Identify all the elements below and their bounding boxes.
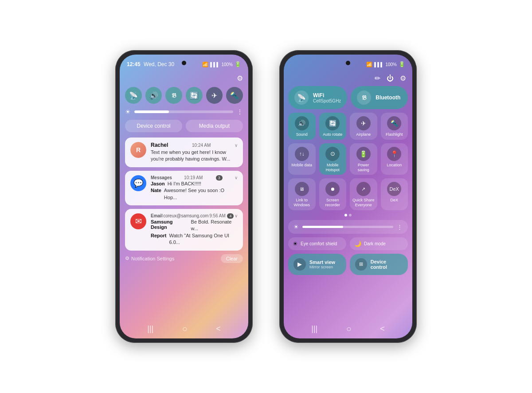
notification-card-messages[interactable]: 💬 Messages 10:19 AM 3 ∨ Jason Hi I'm BAC…	[125, 171, 243, 205]
media-output-button[interactable]: Media output	[186, 120, 243, 132]
notification-settings-label: Notification Settings	[131, 256, 174, 261]
qs-quickshare-label: Quick Share Everyone	[352, 198, 376, 208]
dark-mode-button[interactable]: 🌙 Dark mode	[350, 237, 408, 250]
clear-button[interactable]: Clear	[221, 254, 243, 263]
flashlight-tile[interactable]: 🔦	[226, 87, 243, 104]
notif-sender-report: Report	[151, 233, 166, 238]
right-wifi-icon: 📶	[366, 62, 372, 67]
qs-quickshare-icon: ↗	[356, 182, 371, 196]
qs-bt-text: Bluetooth	[376, 94, 400, 101]
nav-home-icon[interactable]: ○	[182, 324, 188, 334]
qs-wifi-icon: 📡	[294, 90, 309, 105]
qs-bluetooth-tile[interactable]: 𝔅 Bluetooth	[351, 86, 408, 109]
qs-smartview-tile[interactable]: ▶ Smart view Mirror screen	[288, 254, 346, 275]
camera-dot-right	[346, 61, 350, 65]
brightness-bar[interactable]	[134, 110, 233, 113]
right-nav-home-icon[interactable]: ○	[346, 324, 352, 334]
eye-comfort-icon: ☀	[293, 240, 298, 247]
notification-card-rachel[interactable]: R Rachel 10:24 AM ∨ Text me when you get…	[125, 138, 243, 167]
gear-icon[interactable]: ⚙	[400, 74, 406, 83]
qs-mobiledata-tile[interactable]: ↑↓ Mobile data	[288, 143, 316, 175]
avatar-rachel-img: R	[130, 142, 146, 158]
qs-flashlight-label: Flashlight	[386, 132, 403, 137]
brightness-icon: ☀	[125, 108, 131, 115]
quick-tiles-row: 📡 🔊 𝔅 🔄 ✈ 🔦	[125, 87, 243, 104]
notif-time-messages: 10:19 AM	[184, 175, 203, 180]
notif-header: ⚙	[125, 74, 243, 83]
notif-title-row-messages: Messages 10:19 AM 3 ∨	[151, 175, 238, 181]
qs-devicecontrol-text: Device control	[371, 259, 403, 270]
qs-sound-label: Sound	[296, 132, 308, 137]
phones-container: 12:45 Wed, Dec 30 📶 ▌▌▌ 100% 🔋 ⚙	[115, 50, 417, 343]
qs-airplane-icon: ✈	[356, 116, 371, 130]
notif-email-addr: coreux@samsung.com	[163, 213, 208, 218]
qs-flashlight-tile[interactable]: 🔦 Flashlight	[381, 113, 408, 140]
expand-icon-msgs[interactable]: ∨	[235, 175, 238, 180]
bluetooth-tile[interactable]: 𝔅	[165, 87, 182, 104]
qs-wide-tiles-row: 📡 WiFi CellSpot5GHz 𝔅 Bluetooth	[288, 86, 408, 109]
qs-devicecontrol-tile[interactable]: ⊞ Device control	[350, 254, 408, 275]
qs-wifi-sub: CellSpot5GHz	[313, 98, 341, 103]
quick-settings-panel: ✏ ⏻ ⚙ 📡 WiFi CellSpot5GHz 𝔅	[284, 71, 412, 319]
power-icon[interactable]: ⏻	[387, 75, 394, 83]
qs-flashlight-icon: 🔦	[387, 116, 401, 130]
eye-comfort-label: Eye comfort shield	[301, 241, 337, 246]
nav-recent-icon[interactable]: |||	[147, 324, 153, 334]
right-nav-back-icon[interactable]: <	[380, 324, 385, 334]
qs-hotspot-icon: ⊙	[325, 147, 340, 161]
qs-autorotate-icon: 🔄	[325, 116, 340, 130]
wifi-icon: 📶	[202, 62, 208, 67]
settings-button[interactable]: ⚙	[237, 74, 243, 83]
notif-app-email: Email	[151, 213, 163, 218]
qs-screenrec-tile[interactable]: ⏺ Screen recorder	[319, 178, 347, 210]
qs-dex-label: DeX	[390, 198, 398, 203]
qs-linkwindows-tile[interactable]: 🖥 Link to Windows	[288, 178, 316, 210]
qs-hotspot-tile[interactable]: ⊙ Mobile Hotspot	[319, 143, 347, 175]
right-nav-recent-icon[interactable]: |||	[311, 324, 317, 334]
pencil-icon[interactable]: ✏	[375, 74, 380, 83]
qs-dex-icon: DeX	[387, 182, 401, 196]
expand-icon-email[interactable]: ∨	[235, 213, 238, 218]
qs-powersave-tile[interactable]: 🔋 Power saving	[350, 143, 377, 175]
brightness-more-icon[interactable]: ⋮	[237, 108, 243, 115]
notif-sender-samsung: Samsung Design	[151, 219, 188, 230]
qs-screenrec-label: Screen recorder	[321, 198, 345, 208]
notif-footer: ⚙ Notification Settings Clear	[125, 254, 243, 263]
avatar-messages: 💬	[130, 175, 146, 191]
qs-dex-tile[interactable]: DeX DeX	[381, 178, 408, 210]
qs-smartview-sub: Mirror screen	[309, 265, 335, 269]
qs-airplane-tile[interactable]: ✈ Airplane	[350, 113, 377, 140]
notification-card-email[interactable]: ✉ Email coreux@samsung.com 9:56 AM 4 ∨ S…	[125, 209, 243, 251]
expand-icon[interactable]: ∨	[235, 143, 238, 148]
eye-comfort-button[interactable]: ☀ Eye comfort shield	[288, 237, 346, 250]
notification-settings[interactable]: ⚙ Notification Settings	[125, 255, 174, 261]
airplane-tile[interactable]: ✈	[206, 87, 223, 104]
qs-smartview-label: Smart view	[309, 259, 335, 265]
rotate-tile[interactable]: 🔄	[186, 87, 203, 104]
notif-text-nate: Awesome! See you soon :O Hop...	[164, 187, 238, 201]
rotate-icon: 🔄	[190, 91, 199, 100]
qs-mobiledata-label: Mobile data	[291, 163, 312, 168]
qs-devicecontrol-icon: ⊞	[355, 258, 367, 271]
qs-autorotate-tile[interactable]: 🔄 Auto rotate	[319, 113, 347, 140]
sound-tile[interactable]: 🔊	[145, 87, 162, 104]
qs-brightness-row: ☀ ⋮	[288, 220, 408, 234]
qs-header: ✏ ⏻ ⚙	[288, 72, 408, 86]
notification-panel: ⚙ 📡 🔊 𝔅 🔄	[120, 71, 248, 319]
qs-wifi-tile[interactable]: 📡 WiFi CellSpot5GHz	[288, 86, 347, 109]
qs-sound-tile[interactable]: 🔊 Sound	[288, 113, 316, 140]
qs-brightness-bar[interactable]	[302, 226, 393, 228]
nav-back-icon[interactable]: <	[216, 324, 221, 334]
notif-sender-rachel: Rachel	[151, 142, 168, 148]
qs-brightness-more-icon[interactable]: ⋮	[397, 224, 403, 230]
qs-location-tile[interactable]: 📍 Location	[381, 143, 408, 175]
bluetooth-icon: 𝔅	[172, 92, 176, 99]
wifi-tile[interactable]: 📡	[125, 87, 142, 104]
notif-count-email: 4	[227, 213, 234, 219]
right-nav-bar: ||| ○ <	[284, 319, 412, 338]
left-phone-screen: 12:45 Wed, Dec 30 📶 ▌▌▌ 100% 🔋 ⚙	[120, 55, 248, 338]
right-status-icons: 📶 ▌▌▌ 100% 🔋	[366, 61, 405, 67]
settings-gear-icon: ⚙	[125, 255, 129, 261]
qs-quickshare-tile[interactable]: ↗ Quick Share Everyone	[350, 178, 377, 210]
device-control-button[interactable]: Device control	[125, 120, 182, 132]
